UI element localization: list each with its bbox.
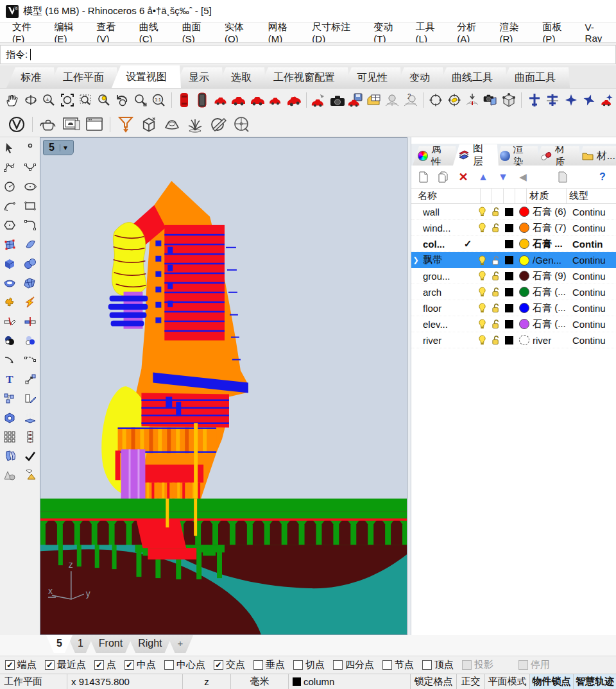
fur-icon[interactable] [185, 114, 205, 135]
bulb-icon[interactable] [475, 335, 489, 345]
array-linear-icon[interactable] [22, 429, 38, 445]
view-perspective-icon[interactable] [285, 91, 302, 109]
viewport-5[interactable]: z y x 5 ▼ [40, 137, 407, 635]
view-back-icon[interactable] [230, 91, 248, 109]
patch-icon[interactable] [22, 275, 38, 291]
select-icon[interactable] [1, 140, 18, 157]
bulb-icon[interactable] [475, 271, 489, 281]
osnap-tangent[interactable]: 切点 [293, 659, 325, 671]
osnap-toggle[interactable]: 物件锁点 [530, 674, 574, 689]
tab-curve-tools[interactable]: 曲线工具 [438, 67, 507, 88]
geometry-cube-icon[interactable] [139, 114, 159, 135]
layer-color-swatch[interactable] [516, 223, 533, 233]
column-material[interactable]: 材质 [527, 189, 567, 203]
clipper-icon[interactable] [208, 114, 228, 135]
delete-layer-icon[interactable]: ✕ [456, 170, 470, 184]
pan-icon[interactable] [4, 91, 21, 109]
cplane-button[interactable]: 工作平面 [0, 674, 67, 689]
circle-icon[interactable] [1, 178, 18, 195]
viewport-layout-icon[interactable] [365, 91, 382, 109]
osnap-disable[interactable]: 停用 [518, 659, 550, 671]
render-window-icon[interactable] [61, 114, 81, 135]
zoom-window-icon[interactable] [77, 91, 94, 109]
tab-viewport-layout[interactable]: 工作视窗配置 [259, 67, 349, 88]
checkbox-checked-icon[interactable] [124, 660, 134, 670]
viewport-tab-5[interactable]: 5 [46, 635, 73, 653]
column-name[interactable]: 名称 [411, 189, 481, 203]
tab-standard[interactable]: 标准 [6, 67, 55, 88]
block-icon[interactable] [1, 390, 18, 407]
tab-layers[interactable]: 图层 [453, 144, 499, 166]
column-linetype[interactable]: 线型 [567, 190, 616, 202]
bulb-icon[interactable] [475, 255, 489, 266]
layer-row-grou[interactable]: grou... 石膏 (9) Continu [411, 268, 616, 284]
layer-color-swatch[interactable] [516, 319, 533, 329]
viewport-tab-right[interactable]: Right [128, 635, 172, 653]
layer-color-swatch[interactable] [516, 207, 533, 217]
point-icon[interactable] [22, 140, 38, 157]
layer-row-arch[interactable]: arch 石膏 (... Continu [411, 284, 616, 300]
duplicate-layer-icon[interactable] [436, 170, 450, 184]
checkbox-checked-icon[interactable] [5, 660, 15, 670]
lasso-pyramid-icon[interactable] [22, 467, 38, 484]
ellipse-icon[interactable] [22, 178, 38, 195]
print-color-swatch[interactable] [502, 224, 516, 232]
bulb-icon[interactable] [475, 287, 489, 297]
checkbox-icon[interactable] [253, 660, 263, 670]
bulb-icon[interactable] [475, 207, 489, 217]
material-funnel-icon[interactable] [116, 114, 136, 135]
checkbox-checked-icon[interactable] [214, 660, 223, 670]
zoom-dynamic-icon[interactable]: ± [40, 91, 58, 109]
zoom-extents-icon[interactable] [59, 91, 76, 109]
print-color-swatch[interactable] [502, 336, 516, 344]
lock-icon[interactable] [489, 271, 502, 281]
layer-color-swatch[interactable] [516, 287, 533, 297]
save-view-icon[interactable] [347, 91, 364, 109]
tab-render[interactable]: 渲染 [495, 146, 539, 166]
planar-toggle[interactable]: 平面模式 [485, 674, 530, 689]
twoview-sphere-icon[interactable]: 2 [402, 91, 419, 109]
osnap-vertex[interactable]: 顶点 [422, 659, 454, 671]
box-icon[interactable] [1, 255, 18, 272]
checkbox-icon[interactable] [293, 660, 303, 670]
sphere-icon[interactable] [22, 255, 38, 272]
lock-icon[interactable] [489, 335, 502, 345]
layer-row-col-current[interactable]: col... ✓ 石膏 ... Contin [411, 236, 616, 252]
view-cube-icon[interactable] [501, 91, 518, 109]
lock-icon[interactable] [489, 255, 502, 266]
layer-row-floor[interactable]: floor 石膏 (... Continu [411, 300, 616, 316]
print-color-swatch[interactable] [502, 240, 516, 248]
check-icon[interactable] [22, 448, 38, 464]
layer-color-swatch[interactable] [516, 255, 533, 266]
bulb-icon[interactable] [475, 303, 489, 313]
text-icon[interactable]: T [1, 371, 18, 387]
plane-top-icon[interactable] [526, 91, 543, 109]
osnap-near[interactable]: 最近点 [45, 659, 86, 671]
layer-color-swatch[interactable] [516, 271, 533, 281]
bulb-icon[interactable] [475, 223, 489, 233]
frame-buffer-icon[interactable] [84, 114, 105, 135]
rotate-view-icon[interactable] [22, 91, 40, 109]
layer-color-swatch[interactable] [516, 303, 533, 313]
filter-icon[interactable] [536, 170, 550, 184]
menu-vray[interactable]: V-Ray [579, 20, 616, 46]
polyline-icon[interactable] [1, 159, 18, 176]
extrude-icon[interactable] [22, 409, 38, 426]
checkbox-icon[interactable] [422, 660, 432, 670]
print-color-swatch[interactable] [502, 256, 516, 264]
osnap-knot[interactable]: 节点 [382, 659, 414, 671]
print-color-swatch[interactable] [502, 208, 516, 216]
layer-tools-icon[interactable] [576, 170, 590, 184]
lock-icon[interactable] [489, 303, 502, 313]
tab-materials[interactable]: 材质 [535, 146, 581, 166]
column-visible[interactable] [481, 189, 492, 203]
plane-stand-icon[interactable] [544, 91, 561, 109]
checkbox-disabled-icon[interactable] [462, 660, 472, 670]
move-down-icon[interactable]: ▼ [496, 170, 510, 184]
print-color-swatch[interactable] [502, 288, 516, 296]
print-color-swatch[interactable] [502, 304, 516, 312]
curve-arrow-icon[interactable] [1, 352, 18, 368]
arc-icon[interactable] [1, 198, 18, 214]
tab-properties[interactable]: 属性 [413, 146, 457, 166]
checkbox-icon[interactable] [382, 660, 392, 670]
